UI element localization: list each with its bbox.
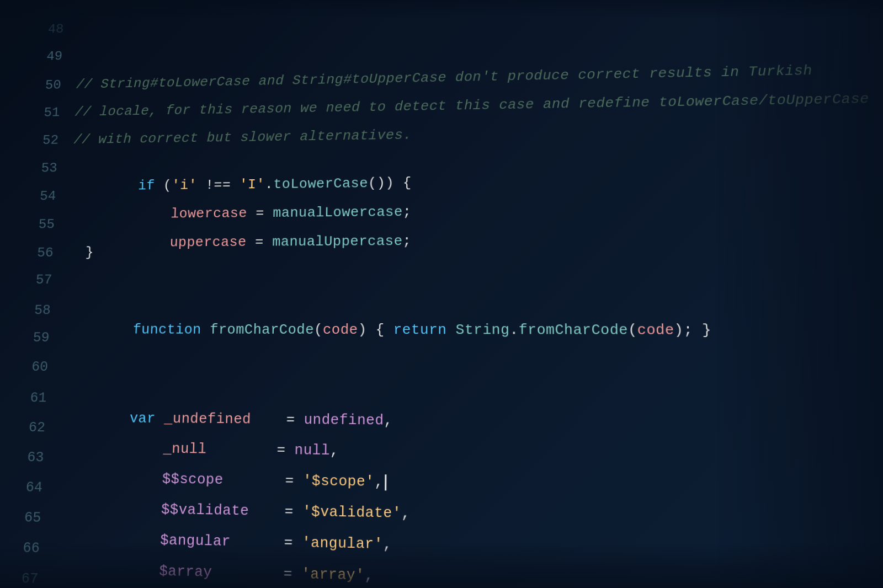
code-content: 48 49 50 // String#toLowerCase and Strin… xyxy=(0,0,883,588)
line-60: 60 xyxy=(10,356,883,391)
line-58: 58 function fromCharCode(code) { return … xyxy=(13,297,883,328)
code-editor: 48 49 50 // String#toLowerCase and Strin… xyxy=(0,0,883,588)
line-61: 61 var _undefined = undefined, xyxy=(9,386,883,422)
